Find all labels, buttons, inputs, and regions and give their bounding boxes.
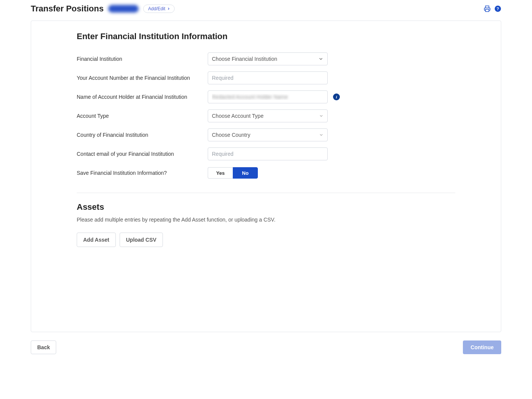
page-header: Transfer Positions Add/Edit ? <box>31 4 501 14</box>
info-icon[interactable]: i <box>333 93 340 100</box>
contact-email-input[interactable] <box>208 147 328 160</box>
financial-institution-placeholder: Choose Financial Institution <box>212 56 277 62</box>
footer: Back Continue <box>31 340 501 362</box>
account-number-input[interactable] <box>208 71 328 84</box>
divider <box>77 193 455 193</box>
continue-button[interactable]: Continue <box>463 340 501 354</box>
page-title: Transfer Positions <box>31 4 104 14</box>
save-info-no-button[interactable]: No <box>233 167 258 179</box>
print-icon[interactable] <box>484 5 491 12</box>
label-account-number: Your Account Number at the Financial Ins… <box>77 74 208 81</box>
svg-rect-0 <box>486 10 489 12</box>
label-country: Country of Financial Institution <box>77 131 208 138</box>
account-badge <box>108 5 139 13</box>
section-title-institution: Enter Financial Institution Information <box>77 32 455 41</box>
label-account-type: Account Type <box>77 112 208 119</box>
back-button[interactable]: Back <box>31 340 56 354</box>
country-select[interactable]: Choose Country <box>208 128 328 141</box>
add-edit-label: Add/Edit <box>148 6 165 11</box>
label-account-holder: Name of Account Holder at Financial Inst… <box>77 93 208 100</box>
upload-csv-button[interactable]: Upload CSV <box>120 233 163 247</box>
main-panel: Enter Financial Institution Information … <box>31 21 501 332</box>
help-icon[interactable]: ? <box>494 5 501 12</box>
account-holder-input[interactable] <box>208 90 328 103</box>
section-title-assets: Assets <box>77 202 455 212</box>
svg-text:?: ? <box>497 6 499 11</box>
label-contact-email: Contact email of your Financial Institut… <box>77 150 208 157</box>
add-asset-button[interactable]: Add Asset <box>77 233 116 247</box>
chevron-down-icon <box>318 56 324 62</box>
chevron-right-icon <box>167 7 170 11</box>
assets-description: Please add multiple entries by repeating… <box>77 217 455 223</box>
save-info-toggle: Yes No <box>208 167 258 179</box>
financial-institution-select[interactable]: Choose Financial Institution <box>208 52 328 65</box>
account-type-select[interactable]: Choose Account Type <box>208 109 328 122</box>
label-financial-institution: Financial Institution <box>77 55 208 62</box>
label-save-info: Save Financial Institution Information? <box>77 169 208 176</box>
add-edit-button[interactable]: Add/Edit <box>143 5 175 13</box>
save-info-yes-button[interactable]: Yes <box>208 167 233 179</box>
